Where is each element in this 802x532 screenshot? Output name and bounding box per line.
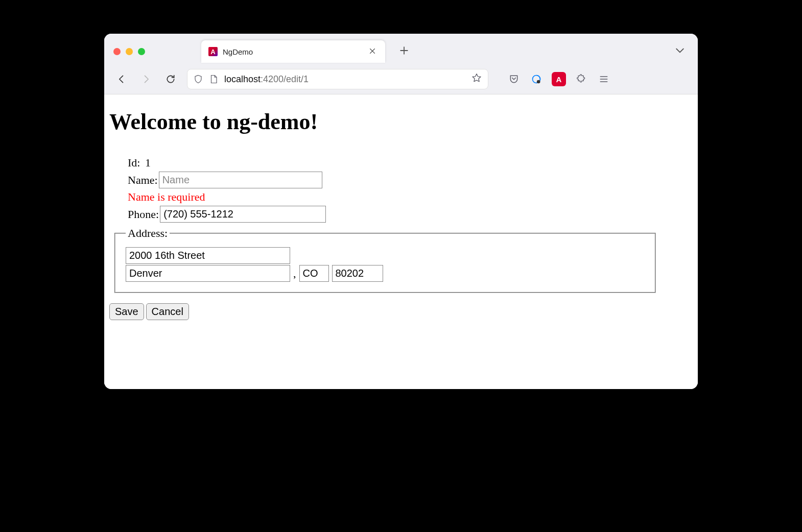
edit-form: Id: 1 Name: Name is required Phone: Addr… — [109, 156, 693, 320]
tab-strip: A NgDemo — [104, 34, 698, 64]
window-controls — [113, 48, 145, 55]
minimize-window-button[interactable] — [126, 48, 133, 55]
cancel-button[interactable]: Cancel — [146, 303, 189, 320]
name-input[interactable] — [159, 172, 322, 188]
angular-favicon-icon: A — [208, 47, 218, 56]
tab-title: NgDemo — [223, 47, 362, 56]
extensions-puzzle-icon[interactable] — [574, 72, 588, 86]
hamburger-menu-icon[interactable] — [597, 72, 611, 86]
street-row — [126, 247, 645, 264]
toolbar-extensions: A — [507, 72, 611, 86]
page-title: Welcome to ng-demo! — [109, 109, 693, 135]
reload-button[interactable] — [162, 71, 179, 87]
angular-devtools-icon[interactable]: A — [552, 72, 566, 86]
phone-input[interactable] — [160, 206, 326, 223]
pocket-icon[interactable] — [507, 72, 521, 86]
city-state-zip-row: , — [126, 265, 645, 282]
maximize-window-button[interactable] — [138, 48, 145, 55]
id-value: 1 — [145, 156, 151, 170]
name-error-message: Name is required — [128, 190, 693, 204]
city-input[interactable] — [126, 265, 290, 282]
id-label: Id: — [128, 156, 140, 170]
shield-icon[interactable] — [194, 75, 203, 84]
tabs-dropdown-icon[interactable] — [671, 44, 689, 59]
close-window-button[interactable] — [113, 48, 121, 55]
bookmark-star-icon[interactable] — [471, 73, 482, 86]
extension-icon[interactable] — [529, 72, 544, 86]
phone-row: Phone: — [128, 206, 693, 223]
page-icon — [209, 75, 218, 84]
phone-label: Phone: — [128, 208, 159, 221]
svg-point-1 — [537, 80, 540, 84]
address-legend: Address: — [126, 227, 170, 240]
save-button[interactable]: Save — [109, 303, 144, 320]
address-fieldset: Address: , — [114, 227, 656, 293]
forward-button[interactable] — [138, 71, 154, 87]
page-content: Welcome to ng-demo! Id: 1 Name: Name is … — [104, 94, 698, 389]
close-tab-icon[interactable] — [367, 45, 378, 58]
street-input[interactable] — [126, 247, 290, 264]
new-tab-button[interactable] — [395, 43, 413, 60]
comma-separator: , — [293, 267, 296, 280]
back-button[interactable] — [113, 71, 130, 87]
form-buttons: Save Cancel — [109, 303, 693, 320]
state-input[interactable] — [299, 265, 329, 282]
name-row: Name: — [128, 172, 693, 188]
address-bar[interactable]: localhost:4200/edit/1 — [187, 69, 488, 89]
zip-input[interactable] — [332, 265, 383, 282]
browser-window: A NgDemo — [104, 34, 698, 389]
id-row: Id: 1 — [128, 156, 693, 170]
browser-tab[interactable]: A NgDemo — [201, 40, 385, 63]
name-label: Name: — [128, 174, 158, 187]
url-text: localhost:4200/edit/1 — [224, 74, 309, 85]
browser-toolbar: localhost:4200/edit/1 A — [104, 64, 698, 94]
browser-chrome: A NgDemo — [104, 34, 698, 94]
